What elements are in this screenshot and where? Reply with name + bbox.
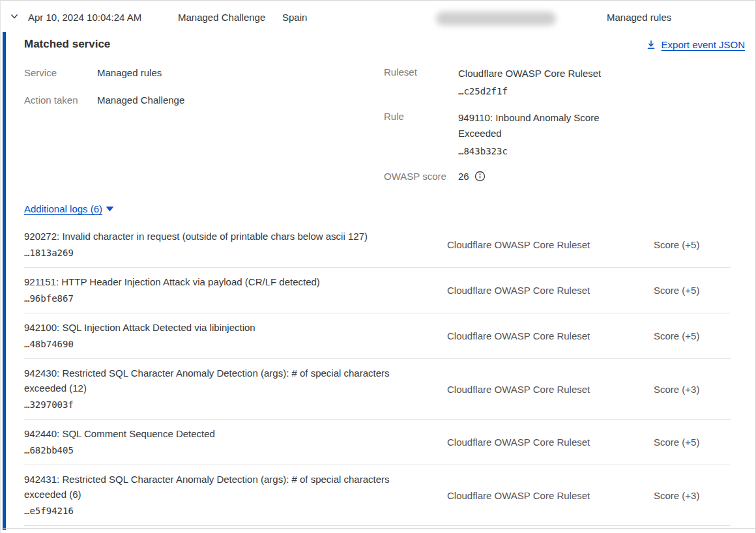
log-rule-hash: …682bb405 xyxy=(24,442,415,458)
rule-hash: …843b323c xyxy=(458,143,613,159)
log-rule-hash: …1813a269 xyxy=(24,245,415,261)
log-rule-title: 942430: Restricted SQL Character Anomaly… xyxy=(24,366,415,396)
log-ruleset: Cloudflare OWASP Core Ruleset xyxy=(447,274,630,306)
additional-logs-label: Additional logs (6) xyxy=(24,203,102,214)
rule-label: Rule xyxy=(384,111,404,122)
log-rule: 942100: SQL Injection Attack Detected vi… xyxy=(24,320,415,352)
owasp-score-label: OWASP score xyxy=(384,171,446,182)
log-score: Score (+3) xyxy=(654,366,731,412)
log-rule: 942430: Restricted SQL Character Anomaly… xyxy=(24,366,415,412)
log-rule: 942431: Restricted SQL Character Anomaly… xyxy=(24,472,415,519)
rule-name: 949110: Inbound Anomaly Score Exceeded xyxy=(458,110,613,141)
panel-bottom-divider xyxy=(3,528,755,529)
log-rule-hash: …48b74690 xyxy=(24,336,415,352)
caret-down-icon xyxy=(106,205,114,212)
log-rule-title: 920272: Invalid character in request (ou… xyxy=(24,229,415,244)
log-rule-title: 942440: SQL Comment Sequence Detected xyxy=(24,426,415,441)
log-rule: 921151: HTTP Header Injection Attack via… xyxy=(24,274,415,306)
log-rule-title: 921151: HTTP Header Injection Attack via… xyxy=(24,274,415,289)
log-ruleset: Cloudflare OWASP Core Ruleset xyxy=(447,426,630,458)
log-score: Score (+5) xyxy=(654,229,731,261)
log-rule-hash: …96bfe867 xyxy=(24,291,415,306)
log-score: Score (+5) xyxy=(654,320,731,352)
log-row: 942430: Restricted SQL Character Anomaly… xyxy=(24,359,731,420)
additional-logs-toggle[interactable]: Additional logs (6) xyxy=(24,203,114,214)
action-taken-label: Action taken xyxy=(24,94,78,106)
log-rule-title: 942431: Restricted SQL Character Anomaly… xyxy=(24,472,415,502)
log-row: 942440: SQL Comment Sequence Detected …6… xyxy=(24,420,731,465)
event-detail-panel: Apr 10, 2024 10:04:24 AM Managed Challen… xyxy=(0,0,756,533)
action-taken-value: Managed Challenge xyxy=(97,94,184,106)
log-ruleset: Cloudflare OWASP Core Ruleset xyxy=(447,229,630,261)
log-rule-title: 942100: SQL Injection Attack Detected vi… xyxy=(24,320,415,335)
owasp-score-value: 26 xyxy=(458,171,469,182)
log-score: Score (+3) xyxy=(654,472,731,519)
log-rule: 920272: Invalid character in request (ou… xyxy=(24,229,415,261)
log-ruleset: Cloudflare OWASP Core Ruleset xyxy=(447,320,630,352)
ruleset-label: Ruleset xyxy=(384,66,417,78)
export-link-label: Export event JSON xyxy=(662,39,745,50)
log-score: Score (+5) xyxy=(654,274,731,306)
service-value: Managed rules xyxy=(97,67,162,78)
service-label: Service xyxy=(24,67,57,78)
log-score: Score (+5) xyxy=(654,426,731,458)
panel-title: Matched service xyxy=(24,38,110,51)
ruleset-name: Cloudflare OWASP Core Ruleset xyxy=(458,66,613,81)
log-ruleset: Cloudflare OWASP Core Ruleset xyxy=(447,472,630,519)
rule-value: 949110: Inbound Anomaly Score Exceeded …… xyxy=(458,110,613,159)
log-rule-hash: …3297003f xyxy=(24,397,415,412)
matched-service-panel: Matched service Export event JSON Servic… xyxy=(1,1,755,533)
log-row: 942100: SQL Injection Attack Detected vi… xyxy=(24,313,731,359)
log-row: 942431: Restricted SQL Character Anomaly… xyxy=(24,465,731,526)
log-row: 921151: HTTP Header Injection Attack via… xyxy=(24,268,731,313)
log-ruleset: Cloudflare OWASP Core Ruleset xyxy=(447,366,630,412)
download-icon xyxy=(646,39,656,50)
log-rule: 942440: SQL Comment Sequence Detected …6… xyxy=(24,426,415,458)
ruleset-hash: …c25d2f1f xyxy=(458,83,613,99)
log-rule-hash: …e5f94216 xyxy=(24,503,415,519)
export-event-json-link[interactable]: Export event JSON xyxy=(646,39,745,50)
ruleset-value: Cloudflare OWASP Core Ruleset …c25d2f1f xyxy=(458,66,613,99)
log-row: 920272: Invalid character in request (ou… xyxy=(24,223,731,268)
info-icon[interactable] xyxy=(474,171,486,182)
additional-logs-table: 920272: Invalid character in request (ou… xyxy=(24,223,731,526)
